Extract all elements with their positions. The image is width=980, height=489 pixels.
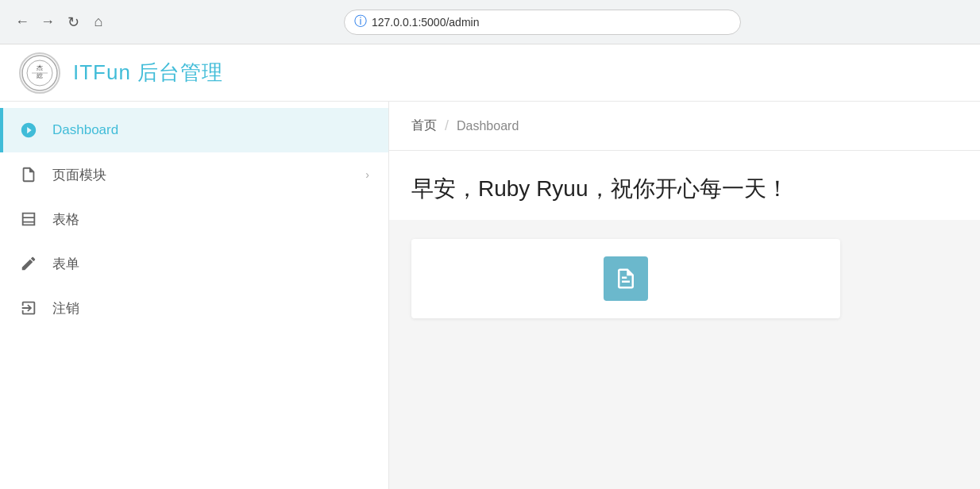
pages-icon	[19, 165, 38, 184]
card-document-icon	[604, 256, 648, 301]
app-title: ITFun 后台管理	[73, 59, 223, 87]
dashboard-card	[411, 239, 840, 318]
form-icon	[19, 254, 38, 273]
sidebar-label-logout: 注销	[52, 299, 369, 318]
logout-icon	[19, 298, 38, 318]
app-header: 杰 総 ITFun 后台管理	[0, 44, 980, 102]
reload-button[interactable]: ↻	[64, 13, 83, 32]
chevron-right-icon: ›	[365, 168, 369, 181]
sidebar-label-forms: 表单	[52, 255, 369, 273]
app-container: 杰 総 ITFun 后台管理 Dashboard	[0, 44, 980, 489]
sidebar-item-tables[interactable]: 表格	[0, 197, 388, 241]
nav-buttons: ← → ↻ ⌂	[13, 13, 108, 32]
browser-chrome: ← → ↻ ⌂ ⓘ 127.0.0.1:5000/admin	[0, 0, 980, 44]
address-bar[interactable]: ⓘ 127.0.0.1:5000/admin	[344, 10, 741, 35]
table-icon	[19, 210, 38, 229]
sidebar-item-pages[interactable]: 页面模块 ›	[0, 152, 388, 197]
breadcrumb-separator: /	[445, 117, 449, 134]
logo-circle: 杰 総	[19, 52, 60, 94]
back-button[interactable]: ←	[13, 13, 32, 32]
breadcrumb-current: Dashboard	[457, 119, 519, 133]
content-area: 首页 / Dashboard 早安，Ruby Ryuu，祝你开心每一天！	[389, 102, 980, 489]
sidebar-label-tables: 表格	[52, 210, 369, 229]
sidebar-item-forms[interactable]: 表单	[0, 241, 388, 286]
sidebar-item-logout[interactable]: 注销	[0, 286, 388, 330]
main-layout: Dashboard 页面模块 › 表格	[0, 102, 980, 489]
forward-button[interactable]: →	[38, 13, 57, 32]
dashboard-icon	[19, 121, 38, 140]
welcome-section: 早安，Ruby Ryuu，祝你开心每一天！	[389, 151, 980, 220]
info-icon: ⓘ	[354, 13, 367, 30]
breadcrumb: 首页 / Dashboard	[389, 102, 980, 151]
breadcrumb-home[interactable]: 首页	[411, 117, 437, 134]
sidebar-label-dashboard: Dashboard	[52, 122, 369, 138]
sidebar-item-dashboard[interactable]: Dashboard	[0, 108, 388, 152]
welcome-text: 早安，Ruby Ryuu，祝你开心每一天！	[411, 173, 958, 204]
logo-svg: 杰 総	[21, 54, 59, 92]
home-button[interactable]: ⌂	[89, 13, 108, 32]
sidebar-label-pages: 页面模块	[52, 166, 351, 184]
svg-text:杰: 杰	[37, 64, 43, 71]
url-text: 127.0.0.1:5000/admin	[372, 16, 479, 29]
card-section	[389, 220, 980, 337]
logo-image: 杰 総	[21, 54, 59, 92]
sidebar: Dashboard 页面模块 › 表格	[0, 102, 389, 489]
